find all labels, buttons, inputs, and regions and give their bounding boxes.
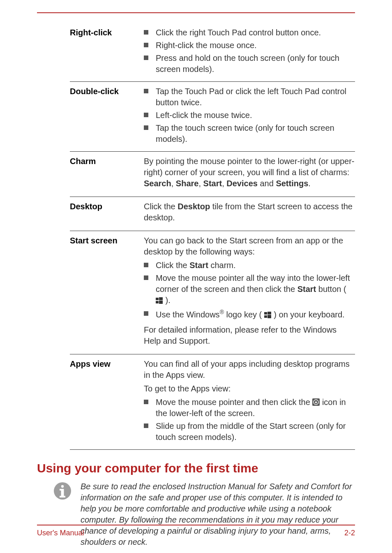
text: You can go back to the Start screen from… [144,235,355,257]
svg-rect-0 [156,298,159,300]
svg-point-10 [61,485,64,487]
text: ) on your keyboard. [272,310,345,319]
text: ). [163,296,171,305]
square-bullet-icon [144,275,148,280]
list-item-text: Click the Start charm. [156,260,355,271]
row-double-click: Double-click Tap the Touch Pad or click … [70,82,355,152]
down-arrow-circle-icon [312,398,320,406]
list-item-text: Click the right Touch Pad control button… [156,27,355,38]
term-double-click: Double-click [70,86,144,146]
windows-logo-icon [264,310,272,321]
list-item: Use the Windows® logo key ( ) on your ke… [144,308,355,321]
bold-text: Search [144,179,171,188]
note-text: Be sure to read the enclosed Instruction… [81,481,355,548]
text: , [171,179,176,188]
list-item-text: Move the mouse pointer all the way into … [156,273,355,307]
page-footer: User's Manual 2-2 [37,525,355,537]
list-item-text: Move the mouse pointer and then click th… [156,397,355,419]
bold-text: Start [189,261,208,270]
term-start-screen: Start screen [70,235,144,349]
text: Click the [156,261,189,270]
list-item-text: Slide up from the middle of the Start sc… [156,421,355,443]
square-bullet-icon [144,43,148,47]
text: and [258,179,276,188]
footer-page-number: 2-2 [344,529,355,537]
list-item-text: Tap the touch screen twice (only for tou… [156,123,355,145]
def-start-screen: You can go back to the Start screen from… [144,235,355,349]
def-desktop: Click the Desktop tile from the Start sc… [144,201,355,226]
definitions-table: Right-click Click the right Touch Pad co… [70,23,355,450]
row-start-screen: Start screen You can go back to the Star… [70,231,355,354]
text: Move the mouse pointer and then click th… [156,398,312,407]
square-bullet-icon [144,113,148,117]
svg-rect-13 [60,496,65,497]
registered-symbol: ® [220,309,224,315]
square-bullet-icon [144,311,148,316]
list-item: Left-click the mouse twice. [144,110,355,121]
bold-text: Start [297,285,316,294]
top-rule [37,12,355,13]
svg-rect-3 [159,301,163,304]
list-item: Move the mouse pointer and then click th… [144,397,355,419]
def-double-click: Tap the Touch Pad or click the left Touc… [144,86,355,146]
bold-text: Desktop [178,202,210,211]
footer-rule [37,525,355,525]
section-heading: Using your computer for the first time [37,461,355,475]
text: Click the [144,202,178,211]
list-item: Right-click the mouse once. [144,40,355,51]
svg-rect-7 [267,315,271,318]
text: Use the Windows [156,310,220,319]
term-charm: Charm [70,156,144,192]
svg-rect-4 [264,312,267,315]
svg-rect-6 [264,315,267,318]
square-bullet-icon [144,400,148,404]
bold-text: Start [203,179,222,188]
list-item: Click the Start charm. [144,260,355,271]
list-item-text: Press and hold on the touch screen (only… [156,53,355,75]
square-bullet-icon [144,56,148,60]
text: . [308,179,311,188]
list-item: Tap the Touch Pad or click the left Touc… [144,86,355,108]
def-apps-view: You can find all of your apps including … [144,359,355,444]
row-apps-view: Apps view You can find all of your apps … [70,354,355,450]
text: button ( [316,285,346,294]
bold-text: Devices [226,179,258,188]
term-apps-view: Apps view [70,359,144,444]
bold-text: Share [176,179,199,188]
bold-text: Settings [276,179,308,188]
text: By pointing the mouse pointer to the low… [144,157,355,177]
text: charm. [208,261,236,270]
list-item: Slide up from the middle of the Start sc… [144,421,355,443]
square-bullet-icon [144,30,148,35]
list-item-text: Use the Windows® logo key ( ) on your ke… [156,308,355,321]
list-item-text: Left-click the mouse twice. [156,110,355,121]
windows-logo-icon [156,296,163,307]
info-icon [53,482,71,500]
def-charm: By pointing the mouse pointer to the low… [144,156,355,192]
svg-rect-5 [267,312,271,315]
list-item-text: Tap the Touch Pad or click the left Touc… [156,86,355,108]
row-desktop: Desktop Click the Desktop tile from the … [70,197,355,231]
term-desktop: Desktop [70,201,144,226]
term-right-click: Right-click [70,27,144,76]
footer-left-text: User's Manual [37,529,84,537]
list-item: Tap the touch screen twice (only for tou… [144,123,355,145]
def-right-click: Click the right Touch Pad control button… [144,27,355,76]
text: To get to the Apps view: [144,383,355,394]
text: You can find all of your apps including … [144,359,355,381]
text: logo key ( [224,310,264,319]
svg-rect-1 [159,297,163,300]
text: For detailed information, please refer t… [144,324,355,347]
list-item: Press and hold on the touch screen (only… [144,53,355,75]
text: , [222,179,226,188]
list-item: Click the right Touch Pad control button… [144,27,355,38]
list-item-text: Right-click the mouse once. [156,40,355,51]
square-bullet-icon [144,125,148,130]
note-block: Be sure to read the enclosed Instruction… [53,481,355,548]
square-bullet-icon [144,423,148,428]
row-charm: Charm By pointing the mouse pointer to t… [70,152,355,197]
row-right-click: Right-click Click the right Touch Pad co… [70,23,355,82]
list-item: Move the mouse pointer all the way into … [144,273,355,307]
square-bullet-icon [144,263,148,267]
svg-rect-2 [156,301,159,303]
